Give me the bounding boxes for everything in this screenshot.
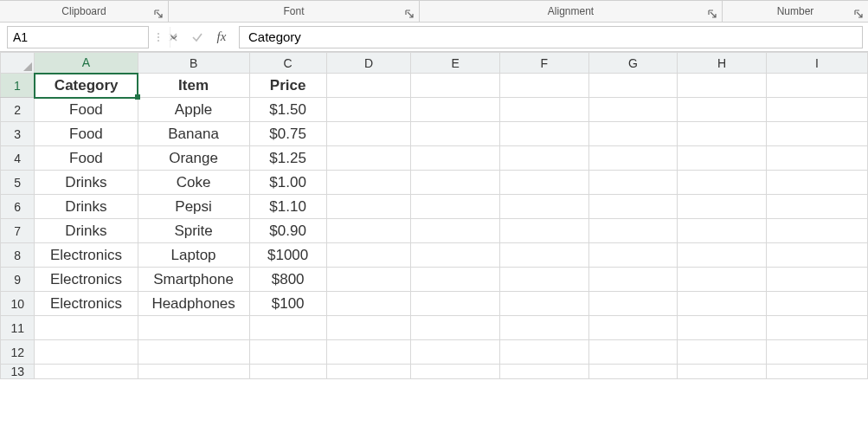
cell-C9[interactable]: $800 [249, 268, 326, 292]
cell-C7[interactable]: $0.90 [249, 219, 326, 243]
cell-D12[interactable] [326, 340, 411, 365]
cell-C10[interactable]: $100 [249, 292, 326, 316]
row-header-9[interactable]: 9 [1, 268, 35, 292]
cell-B3[interactable]: Banana [138, 122, 249, 146]
cell-A7[interactable]: Drinks [35, 219, 138, 243]
cell-C13[interactable] [249, 365, 326, 379]
row-header-12[interactable]: 12 [1, 340, 35, 365]
cell-D8[interactable] [326, 243, 411, 268]
row-header-5[interactable]: 5 [1, 171, 35, 195]
row-header-11[interactable]: 11 [1, 316, 35, 340]
cell-H9[interactable] [678, 268, 767, 292]
cell-E11[interactable] [411, 316, 500, 340]
row-header-8[interactable]: 8 [1, 243, 35, 268]
cell-A2[interactable]: Food [35, 98, 138, 122]
cell-E10[interactable] [411, 292, 500, 316]
cell-I8[interactable] [766, 243, 867, 268]
cell-C6[interactable]: $1.10 [249, 195, 326, 219]
cell-E3[interactable] [411, 122, 500, 146]
column-header-C[interactable]: C [249, 53, 326, 74]
dialog-launcher-font[interactable] [403, 8, 415, 20]
cell-H3[interactable] [678, 122, 767, 146]
cell-E1[interactable] [411, 74, 500, 98]
cell-H8[interactable] [678, 243, 767, 268]
cell-E7[interactable] [411, 219, 500, 243]
column-header-F[interactable]: F [499, 53, 588, 74]
cell-D7[interactable] [326, 219, 411, 243]
column-header-I[interactable]: I [766, 53, 867, 74]
dialog-launcher-number[interactable] [852, 8, 865, 20]
cell-F2[interactable] [499, 98, 588, 122]
cell-I13[interactable] [766, 365, 867, 379]
cell-G12[interactable] [588, 340, 678, 365]
cell-F12[interactable] [499, 340, 588, 365]
dialog-launcher-clipboard[interactable] [152, 8, 164, 20]
name-box[interactable] [7, 26, 149, 48]
cell-H11[interactable] [678, 316, 767, 340]
cell-G4[interactable] [588, 146, 678, 171]
column-header-H[interactable]: H [678, 53, 767, 74]
cell-C2[interactable]: $1.50 [249, 98, 326, 122]
cell-A13[interactable] [35, 365, 138, 379]
name-box-input[interactable] [8, 30, 170, 44]
cell-H13[interactable] [678, 365, 767, 379]
cell-G8[interactable] [588, 243, 678, 268]
name-box-dropdown[interactable] [170, 27, 177, 48]
cell-F8[interactable] [499, 243, 588, 268]
cell-C1[interactable]: Price [249, 74, 326, 98]
cell-B10[interactable]: Headphones [138, 292, 249, 316]
cell-F13[interactable] [499, 365, 588, 379]
cell-E13[interactable] [411, 365, 500, 379]
row-header-3[interactable]: 3 [1, 122, 35, 146]
cell-I3[interactable] [766, 122, 867, 146]
cell-I1[interactable] [766, 74, 867, 98]
cell-D9[interactable] [326, 268, 411, 292]
cell-I5[interactable] [766, 171, 867, 195]
cell-C11[interactable] [249, 316, 326, 340]
cell-B5[interactable]: Coke [138, 171, 249, 195]
cell-F10[interactable] [499, 292, 588, 316]
cell-C4[interactable]: $1.25 [249, 146, 326, 171]
cell-G1[interactable] [588, 74, 678, 98]
row-header-1[interactable]: 1 [1, 74, 35, 98]
cell-H4[interactable] [678, 146, 767, 171]
row-header-4[interactable]: 4 [1, 146, 35, 171]
cell-F11[interactable] [499, 316, 588, 340]
cell-E9[interactable] [411, 268, 500, 292]
cell-G9[interactable] [588, 268, 678, 292]
cell-F5[interactable] [499, 171, 588, 195]
formula-bar-input[interactable] [239, 26, 863, 48]
cell-B9[interactable]: Smartphone [138, 268, 249, 292]
cell-G11[interactable] [588, 316, 678, 340]
cell-A9[interactable]: Electronics [35, 268, 138, 292]
cell-G7[interactable] [588, 219, 678, 243]
cell-B1[interactable]: Item [138, 74, 249, 98]
cell-B4[interactable]: Orange [138, 146, 249, 171]
cell-E2[interactable] [411, 98, 500, 122]
cell-A5[interactable]: Drinks [35, 171, 138, 195]
column-header-B[interactable]: B [138, 53, 249, 74]
cell-D1[interactable] [326, 74, 411, 98]
cell-H12[interactable] [678, 340, 767, 365]
cell-E4[interactable] [411, 146, 500, 171]
cell-E6[interactable] [411, 195, 500, 219]
cell-B2[interactable]: Apple [138, 98, 249, 122]
insert-function-button[interactable]: fx [209, 29, 234, 44]
column-header-G[interactable]: G [588, 53, 678, 74]
enter-button[interactable] [185, 26, 209, 48]
cell-D11[interactable] [326, 316, 411, 340]
column-header-D[interactable]: D [326, 53, 411, 74]
cell-F1[interactable] [499, 74, 588, 98]
cell-A4[interactable]: Food [35, 146, 138, 171]
cell-G3[interactable] [588, 122, 678, 146]
cell-A11[interactable] [35, 316, 138, 340]
cell-H1[interactable] [678, 74, 767, 98]
cell-A12[interactable] [35, 340, 138, 365]
cell-H7[interactable] [678, 219, 767, 243]
cell-G2[interactable] [588, 98, 678, 122]
cell-I4[interactable] [766, 146, 867, 171]
cell-A10[interactable]: Electronics [35, 292, 138, 316]
cell-A6[interactable]: Drinks [35, 195, 138, 219]
cell-D5[interactable] [326, 171, 411, 195]
column-header-E[interactable]: E [411, 53, 500, 74]
